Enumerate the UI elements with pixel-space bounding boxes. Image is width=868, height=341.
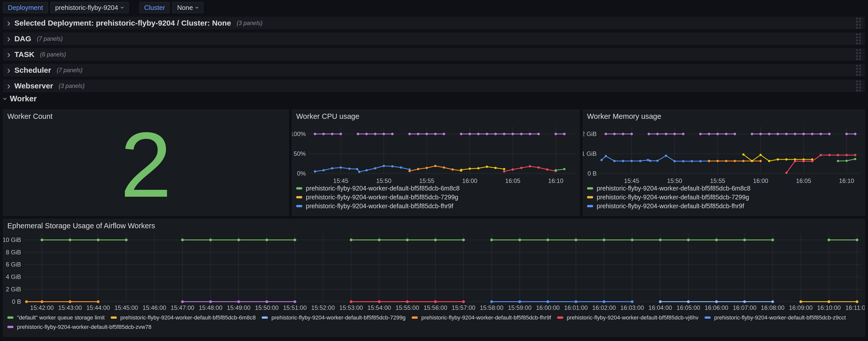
panel-worker-memory-usage: Worker Memory usage 0 B1 GiB2 GiB15:4515… — [583, 110, 865, 216]
svg-text:0 B: 0 B — [588, 170, 597, 177]
memory-chart-legend: prehistoric-flyby-9204-worker-default-bf… — [587, 184, 750, 211]
chevron-down-icon: › — [194, 7, 201, 9]
legend-item[interactable]: prehistoric-flyby-9204-worker-default-bf… — [557, 314, 699, 321]
cluster-variable-dropdown[interactable]: None › — [172, 2, 204, 13]
chevron-down-icon: › — [2, 97, 9, 100]
svg-text:15:58:00: 15:58:00 — [480, 304, 503, 311]
dashboard-variables-toolbar: Deployment prehistoric-flyby-9204 › Clus… — [3, 2, 204, 13]
svg-text:15:55: 15:55 — [419, 177, 434, 184]
legend-item[interactable]: prehistoric-flyby-9204-worker-default-bf… — [296, 184, 460, 193]
svg-text:15:51:00: 15:51:00 — [283, 304, 307, 311]
svg-text:15:52:00: 15:52:00 — [311, 304, 335, 311]
svg-text:15:43:00: 15:43:00 — [58, 304, 82, 311]
svg-text:16:06:00: 16:06:00 — [705, 304, 728, 311]
svg-text:6 GiB: 6 GiB — [6, 261, 21, 268]
panel-title[interactable]: Worker Memory usage — [587, 112, 661, 121]
svg-text:16:10: 16:10 — [548, 177, 563, 184]
svg-text:15:48:00: 15:48:00 — [198, 304, 222, 311]
chevron-right-icon: › — [7, 51, 10, 58]
legend-color-pill — [557, 316, 563, 319]
row-drag-handle[interactable] — [856, 18, 861, 29]
svg-text:15:42:00: 15:42:00 — [30, 304, 54, 311]
svg-text:16:05: 16:05 — [796, 177, 811, 184]
row-scheduler[interactable]: › Scheduler (7 panels) — [3, 64, 865, 76]
cluster-variable-group: Cluster None › — [140, 2, 204, 13]
svg-text:16:03:00: 16:03:00 — [620, 304, 644, 311]
svg-text:15:50:00: 15:50:00 — [255, 304, 278, 311]
svg-text:15:54:00: 15:54:00 — [367, 304, 391, 311]
row-panel-count: (7 panels) — [57, 67, 83, 74]
legend-item-label: prehistoric-flyby-9204-worker-default-bf… — [714, 314, 846, 321]
row-drag-handle[interactable] — [856, 65, 861, 76]
svg-text:15:45:00: 15:45:00 — [115, 304, 138, 311]
svg-text:10 GiB: 10 GiB — [3, 236, 21, 243]
svg-text:16:00:00: 16:00:00 — [536, 304, 560, 311]
legend-color-pill — [262, 316, 268, 319]
panel-ephemeral-storage: Ephemeral Storage Usage of Airflow Worke… — [3, 219, 865, 337]
svg-text:16:05: 16:05 — [505, 177, 520, 184]
legend-item-label: prehistoric-flyby-9204-worker-default-bf… — [421, 314, 551, 321]
svg-text:16:10: 16:10 — [839, 177, 854, 184]
svg-text:16:10:00: 16:10:00 — [817, 304, 841, 311]
svg-text:2 GiB: 2 GiB — [583, 130, 597, 137]
legend-color-pill — [587, 196, 593, 198]
chevron-right-icon: › — [7, 35, 10, 42]
legend-item[interactable]: prehistoric-flyby-9204-worker-default-bf… — [412, 314, 551, 321]
svg-text:15:59:00: 15:59:00 — [508, 304, 531, 311]
row-drag-handle[interactable] — [856, 81, 861, 91]
svg-text:15:47:00: 15:47:00 — [171, 304, 194, 311]
row-panel-count: (7 panels) — [37, 35, 63, 42]
svg-text:16:05:00: 16:05:00 — [677, 304, 700, 311]
svg-text:15:45: 15:45 — [333, 177, 348, 184]
legend-item[interactable]: prehistoric-flyby-9204-worker-default-bf… — [7, 324, 152, 330]
deployment-variable-dropdown[interactable]: prehistoric-flyby-9204 › — [51, 2, 129, 13]
legend-item[interactable]: prehistoric-flyby-9204-worker-default-bf… — [111, 314, 256, 321]
panel-title[interactable]: Worker CPU usage — [296, 112, 359, 121]
panel-title[interactable]: Worker Count — [7, 112, 53, 121]
legend-item-label: prehistoric-flyby-9204-worker-default-bf… — [306, 193, 458, 201]
legend-item[interactable]: prehistoric-flyby-9204-worker-default-bf… — [296, 202, 460, 211]
legend-item[interactable]: prehistoric-flyby-9204-worker-default-bf… — [296, 193, 460, 202]
panel-worker-cpu-usage: Worker CPU usage 0%50%100%15:4515:5015:5… — [292, 110, 580, 216]
svg-text:16:11:00: 16:11:00 — [845, 304, 865, 311]
svg-text:16:08:00: 16:08:00 — [761, 304, 784, 311]
deployment-variable-group: Deployment prehistoric-flyby-9204 › — [3, 2, 129, 13]
legend-item[interactable]: "default" worker queue storage limit — [7, 314, 105, 321]
svg-text:15:44:00: 15:44:00 — [86, 304, 110, 311]
legend-item[interactable]: prehistoric-flyby-9204-worker-default-bf… — [587, 202, 750, 211]
cpu-chart-legend: prehistoric-flyby-9204-worker-default-bf… — [296, 184, 460, 211]
panel-title[interactable]: Ephemeral Storage Usage of Airflow Worke… — [7, 222, 155, 230]
row-task[interactable]: › TASK (6 panels) — [3, 48, 865, 61]
legend-item[interactable]: prehistoric-flyby-9204-worker-default-bf… — [587, 184, 750, 193]
legend-item-label: prehistoric-flyby-9204-worker-default-bf… — [306, 203, 453, 210]
legend-item-label: prehistoric-flyby-9204-worker-default-bf… — [597, 185, 750, 192]
legend-color-pill — [296, 196, 302, 198]
row-webserver[interactable]: › Webserver (3 panels) — [3, 80, 865, 92]
row-drag-handle[interactable] — [856, 33, 861, 44]
deployment-variable-label: Deployment — [3, 2, 48, 13]
svg-text:0%: 0% — [297, 170, 306, 177]
legend-row: prehistoric-flyby-9204-worker-default-bf… — [7, 322, 846, 332]
svg-text:100%: 100% — [292, 130, 306, 137]
panel-worker-count: Worker Count 2 — [3, 110, 289, 216]
svg-text:16:02:00: 16:02:00 — [592, 304, 616, 311]
svg-text:15:50: 15:50 — [667, 177, 682, 184]
legend-item[interactable]: prehistoric-flyby-9204-worker-default-bf… — [587, 193, 750, 202]
svg-text:4 GiB: 4 GiB — [6, 273, 21, 280]
svg-text:15:50: 15:50 — [376, 177, 392, 184]
svg-text:15:49:00: 15:49:00 — [227, 304, 250, 311]
legend-item[interactable]: prehistoric-flyby-9204-worker-default-bf… — [705, 314, 846, 321]
row-dag[interactable]: › DAG (7 panels) — [3, 32, 865, 45]
grafana-dashboard: Deployment prehistoric-flyby-9204 › Clus… — [0, 0, 868, 341]
row-worker-expanded[interactable]: › Worker — [4, 94, 37, 103]
row-selected-deployment[interactable]: › Selected Deployment: prehistoric-flyby… — [3, 17, 865, 29]
legend-item-label: prehistoric-flyby-9204-worker-default-bf… — [567, 314, 699, 321]
row-drag-handle[interactable] — [856, 49, 861, 60]
legend-item-label: prehistoric-flyby-9204-worker-default-bf… — [120, 314, 256, 321]
svg-text:15:56:00: 15:56:00 — [424, 304, 447, 311]
chevron-right-icon: › — [7, 82, 10, 90]
ephemeral-chart-legend: "default" worker queue storage limitpreh… — [7, 313, 846, 332]
legend-color-pill — [705, 316, 711, 319]
legend-item[interactable]: prehistoric-flyby-9204-worker-default-bf… — [262, 314, 406, 321]
row-panel-count: (6 panels) — [40, 51, 66, 58]
